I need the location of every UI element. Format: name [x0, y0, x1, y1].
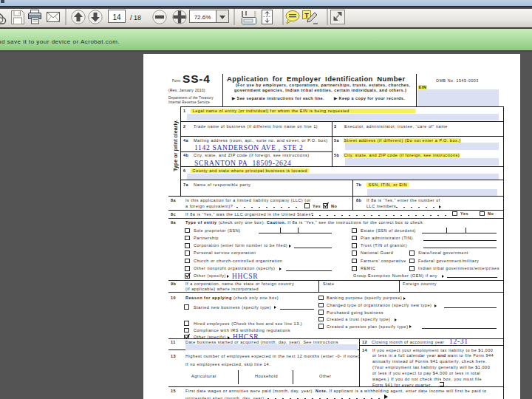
svg-text:/ 18: / 18 — [130, 14, 141, 21]
svg-text:14: 14 — [112, 13, 121, 21]
svg-text:T: T — [304, 12, 309, 19]
svg-text:72.6%: 72.6% — [194, 14, 211, 21]
